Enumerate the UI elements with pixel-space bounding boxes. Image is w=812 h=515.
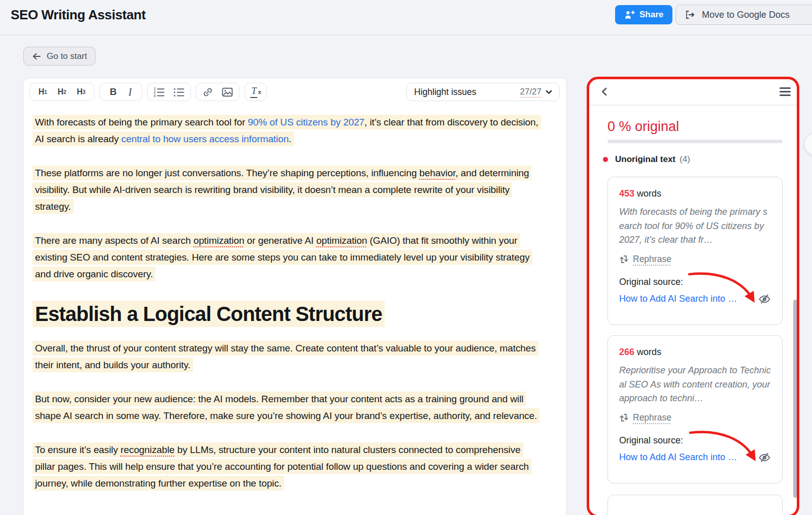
excerpt-text: With forecasts of being the primary sear… — [619, 205, 771, 247]
source-link[interactable]: How to Add AI Search into … — [619, 452, 737, 463]
red-dot-icon — [603, 157, 608, 162]
heading3-button[interactable]: H3 — [75, 86, 87, 98]
seo-writing-assistant-page: SEO Writing Assistant Share Mo — [0, 0, 812, 515]
go-to-start-label: Go to start — [47, 51, 87, 61]
text-segment: . — [289, 134, 291, 144]
editor-content[interactable]: With forecasts of being the primary sear… — [32, 114, 542, 509]
heading1-button[interactable]: H1 — [37, 86, 49, 98]
highlight-issues-count: 27/27 — [520, 87, 542, 97]
unoriginal-card: 453 words With forecasts of being the pr… — [607, 177, 783, 325]
arrow-left-icon — [32, 52, 42, 61]
insert-link-button[interactable] — [200, 86, 215, 99]
move-to-google-docs-label: Move to Google Docs — [702, 10, 790, 20]
edge-floating-button[interactable] — [805, 134, 812, 155]
move-to-google-docs-button[interactable]: Move to Google Docs — [675, 5, 812, 25]
text-segment: Overall, the thrust of your content stra… — [35, 343, 536, 370]
bullet-list-icon — [173, 87, 185, 97]
text-segment: or generative AI — [244, 235, 316, 246]
clear-format-group: Tx — [245, 83, 267, 101]
section-heading: Establish a Logical Content Structure — [32, 300, 542, 329]
bullet-list-button[interactable] — [171, 86, 187, 98]
originality-score: 0 % original — [607, 119, 679, 135]
originality-sidebar: 0 % original Unoriginal text (4) 453 wor… — [587, 77, 799, 515]
paragraph: With forecasts of being the primary sear… — [32, 114, 542, 147]
unoriginal-card-partial — [607, 495, 783, 515]
rephrase-button[interactable]: Rephrase — [619, 254, 671, 265]
insert-button-group — [196, 83, 240, 101]
rephrase-button[interactable]: Rephrase — [619, 412, 671, 423]
text-segment: With forecasts of being the primary sear… — [35, 117, 248, 127]
page-title: SEO Writing Assistant — [11, 7, 146, 23]
bold-button[interactable]: B — [108, 85, 119, 99]
editor-panel: H1 H2 H3 B I 1 2 3 — [23, 78, 567, 515]
source-link-row: How to Add AI Search into … — [619, 293, 771, 305]
sidebar-scrollbar[interactable] — [793, 300, 797, 498]
text-segment: behavior — [419, 168, 455, 178]
editor-toolbar: H1 H2 H3 B I 1 2 3 — [29, 83, 267, 101]
clear-formatting-button[interactable]: Tx — [248, 85, 263, 99]
paragraph: To ensure it’s easily recognizable by LL… — [32, 441, 542, 492]
text-segment: recognizable — [121, 444, 175, 455]
svg-text:3: 3 — [154, 94, 156, 97]
ordered-list-icon: 1 2 3 — [153, 87, 165, 97]
paragraph: These platforms are no longer just conve… — [32, 165, 542, 215]
paragraph: But now, consider your new audience: the… — [32, 391, 542, 424]
editor-link[interactable]: 90% of US citizens by 2027 — [248, 117, 364, 127]
originality-progress-bar — [607, 140, 783, 143]
share-button[interactable]: Share — [615, 5, 672, 24]
heading2-button[interactable]: H2 — [55, 86, 68, 98]
eye-slash-icon[interactable] — [758, 452, 771, 463]
list-button-group: 1 2 3 — [147, 83, 191, 101]
original-source-label: Original source: — [619, 435, 771, 446]
highlight-issues-label: Highlight issues — [414, 87, 477, 98]
hamburger-menu-icon[interactable] — [780, 87, 791, 96]
ordered-list-button[interactable]: 1 2 3 — [151, 86, 167, 98]
format-button-group: B I — [99, 83, 142, 101]
text-segment: But now, consider your new audience: the… — [35, 394, 537, 421]
unoriginal-text-count: (4) — [680, 154, 690, 165]
rephrase-label: Rephrase — [633, 412, 671, 423]
paragraph: There are many aspects of AI search opti… — [32, 232, 542, 282]
italic-button[interactable]: I — [126, 85, 134, 99]
chevron-left-icon — [601, 87, 607, 96]
text-segment: There are many aspects of AI search — [35, 235, 193, 246]
text-segment: To ensure it’s easily — [35, 444, 121, 455]
unoriginal-card: 266 words Reprioritise your Approach to … — [607, 335, 783, 484]
chevron-down-icon — [546, 90, 552, 94]
export-doc-icon — [684, 10, 696, 20]
word-count: 453 words — [619, 188, 771, 199]
source-link-row: How to Add AI Search into … — [619, 452, 771, 463]
source-link[interactable]: How to Add AI Search into … — [619, 294, 737, 304]
heading-button-group: H1 H2 H3 — [29, 83, 94, 101]
original-source-label: Original source: — [619, 277, 771, 287]
image-icon — [222, 87, 233, 97]
share-button-label: Share — [639, 10, 663, 20]
word-count: 266 words — [619, 347, 771, 358]
editor-link[interactable]: central to how users access information — [121, 134, 289, 144]
collapse-panel-button[interactable] — [601, 87, 607, 96]
app-header: SEO Writing Assistant Share Mo — [0, 0, 812, 35]
go-to-start-button[interactable]: Go to start — [23, 47, 95, 66]
link-icon — [202, 87, 213, 98]
text-segment: optimization — [193, 235, 244, 246]
insert-image-button[interactable] — [220, 86, 235, 98]
text-segment: These platforms are no longer just conve… — [35, 168, 419, 178]
unoriginal-text-label: Unoriginal text — [615, 154, 675, 165]
paragraph: Overall, the thrust of your content stra… — [32, 340, 542, 373]
rephrase-label: Rephrase — [633, 254, 671, 265]
excerpt-text: Reprioritise your Approach to Technical … — [619, 364, 771, 405]
text-segment: optimization — [316, 235, 367, 246]
highlight-issues-dropdown[interactable]: Highlight issues 27/27 — [407, 83, 560, 101]
rephrase-icon — [619, 413, 629, 423]
rephrase-icon — [619, 254, 629, 264]
eye-slash-icon[interactable] — [758, 293, 771, 305]
person-plus-icon — [624, 10, 635, 20]
unoriginal-text-legend: Unoriginal text (4) — [603, 154, 690, 165]
sidebar-header — [589, 79, 797, 106]
